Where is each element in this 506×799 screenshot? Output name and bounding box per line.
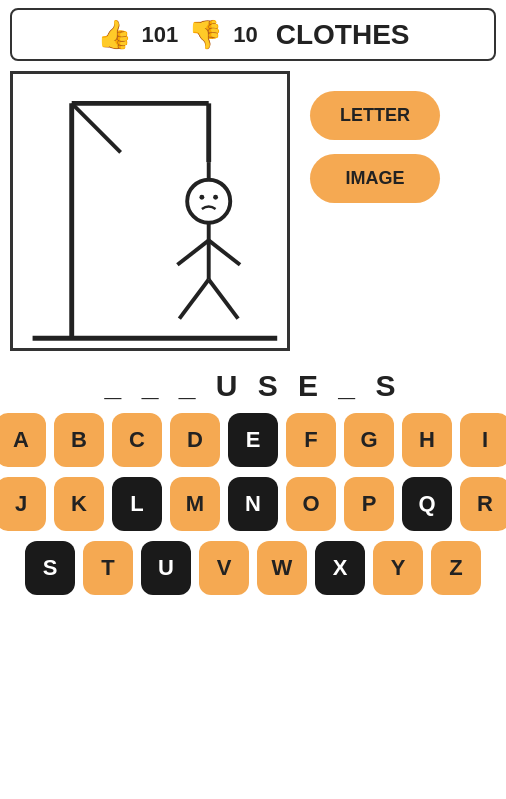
key-row-2: STUVWXYZ — [25, 541, 481, 595]
key-j[interactable]: J — [0, 477, 46, 531]
key-m[interactable]: M — [170, 477, 220, 531]
key-k[interactable]: K — [54, 477, 104, 531]
likes-count: 101 — [142, 22, 179, 48]
svg-line-10 — [209, 280, 238, 319]
key-row-0: ABCDEFGHI — [0, 413, 506, 467]
key-o[interactable]: O — [286, 477, 336, 531]
svg-point-3 — [187, 180, 230, 223]
svg-point-5 — [213, 195, 218, 200]
key-n[interactable]: N — [228, 477, 278, 531]
key-r[interactable]: R — [460, 477, 506, 531]
thumbs-up-icon: 👍 — [97, 18, 132, 51]
key-a[interactable]: A — [0, 413, 46, 467]
dislikes-count: 10 — [233, 22, 257, 48]
hint-buttons: LETTER IMAGE — [310, 91, 440, 203]
svg-line-8 — [209, 240, 240, 264]
key-b[interactable]: B — [54, 413, 104, 467]
key-f[interactable]: F — [286, 413, 336, 467]
hangman-svg — [13, 74, 287, 348]
key-x[interactable]: X — [315, 541, 365, 595]
key-u[interactable]: U — [141, 541, 191, 595]
image-hint-button[interactable]: IMAGE — [310, 154, 440, 203]
thumbs-down-icon: 👎 — [188, 18, 223, 51]
key-v[interactable]: V — [199, 541, 249, 595]
key-z[interactable]: Z — [431, 541, 481, 595]
hangman-drawing — [10, 71, 290, 351]
key-g[interactable]: G — [344, 413, 394, 467]
key-p[interactable]: P — [344, 477, 394, 531]
key-row-1: JKLMNOPQR — [0, 477, 506, 531]
svg-line-11 — [72, 103, 121, 152]
key-i[interactable]: I — [460, 413, 506, 467]
word-title: CLOTHES — [276, 19, 410, 51]
key-d[interactable]: D — [170, 413, 220, 467]
key-c[interactable]: C — [112, 413, 162, 467]
key-l[interactable]: L — [112, 477, 162, 531]
key-s[interactable]: S — [25, 541, 75, 595]
game-area: LETTER IMAGE — [10, 71, 496, 351]
score-header: 👍 101 👎 10 CLOTHES — [10, 8, 496, 61]
key-w[interactable]: W — [257, 541, 307, 595]
svg-point-4 — [199, 195, 204, 200]
svg-line-7 — [177, 240, 208, 264]
keyboard: ABCDEFGHIJKLMNOPQRSTUVWXYZ — [0, 413, 506, 595]
svg-line-9 — [179, 280, 208, 319]
key-q[interactable]: Q — [402, 477, 452, 531]
word-display: _ _ _ U S E _ S — [10, 369, 496, 403]
key-y[interactable]: Y — [373, 541, 423, 595]
key-h[interactable]: H — [402, 413, 452, 467]
key-t[interactable]: T — [83, 541, 133, 595]
key-e[interactable]: E — [228, 413, 278, 467]
letter-hint-button[interactable]: LETTER — [310, 91, 440, 140]
